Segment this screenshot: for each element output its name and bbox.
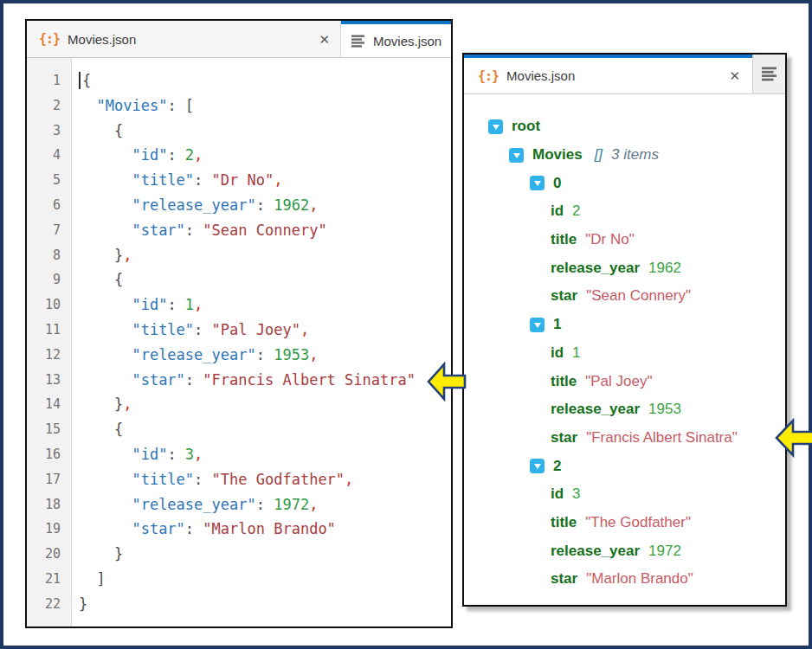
chevron-down-icon [534,181,541,186]
code-line: { [79,119,451,144]
tree-row[interactable]: star"Sean Connery" [464,282,785,311]
tree-row[interactable]: id3 [464,480,785,509]
code-line: "release_year": 1953, [79,343,451,368]
code-line: { [79,417,451,442]
code-line: }, [79,243,451,268]
collapse-toggle-icon[interactable] [530,318,545,332]
array-bracket-hint: [] [595,146,603,164]
tree-row[interactable]: title"Dr No" [464,226,785,254]
collapse-toggle-icon[interactable] [530,459,545,473]
line-number: 19 [27,517,61,542]
list-view-icon [351,35,365,48]
code-line: } [79,542,451,567]
line-number: 15 [27,417,61,442]
line-number: 7 [27,218,61,243]
chevron-down-icon [534,323,541,328]
tree-key: title [551,373,577,390]
json-braces-icon: {:} [478,68,499,84]
tree-key: root [512,118,540,135]
tree-row[interactable]: root [464,112,785,141]
tree-row[interactable]: release_year1953 [464,395,785,424]
annotation-arrow-right [775,416,812,459]
code-line: "star": "Francis Albert Sinatra" [79,368,451,393]
chevron-down-icon [513,153,520,158]
code-line: "id": 2, [79,143,451,168]
tree-row[interactable]: title"Pal Joey" [464,367,785,395]
line-number-gutter: 12345678910111213141516171819202122 [27,58,72,627]
chevron-down-icon [534,464,541,469]
tree-key: Movies [532,146,583,164]
tree-key: title [551,514,577,531]
tree-row[interactable]: release_year1972 [464,537,785,565]
json-tree: rootMovies[]3 items0id2title"Dr No"relea… [464,94,785,605]
tree-value: 1962 [648,260,681,277]
code-line: "release_year": 1962, [79,193,451,218]
code-line: "title": "Dr No", [79,168,451,193]
code-line: "Movies": [ [79,93,451,119]
line-number: 20 [27,542,61,567]
tree-value: 3 [572,485,580,503]
close-icon[interactable]: ✕ [729,69,740,82]
collapse-toggle-icon[interactable] [488,119,503,134]
chevron-down-icon [493,125,499,130]
list-view-tab[interactable] [752,55,785,93]
list-view-icon [762,67,777,81]
code-line: { [79,68,451,93]
code-line: } [79,592,451,617]
tree-value: "Francis Albert Sinatra" [586,429,738,447]
code-area[interactable]: { "Movies": [ { "id": 2, "title": "Dr No… [72,58,451,627]
tree-value: 1 [572,344,580,362]
tree-row[interactable]: 0 [464,169,785,197]
tree-key: id [551,202,564,220]
tree-key: release_year [551,543,640,560]
viewer-tab-movies-json[interactable]: {:} Movies.json ✕ [464,55,752,93]
tree-row[interactable]: star"Francis Albert Sinatra" [464,424,785,453]
line-number: 5 [27,168,61,193]
annotation-arrow-left [427,361,467,402]
tree-value: 1972 [648,543,681,560]
tab-label: Movies.json [68,32,136,47]
tree-key: star [551,570,577,588]
json-braces-icon: {:} [39,31,60,47]
line-number: 4 [27,143,61,168]
line-number: 1 [27,68,61,93]
tree-key: star [551,287,577,305]
close-icon[interactable]: ✕ [319,33,330,46]
tab-movies-json-treeview[interactable]: Movies.json [341,21,451,57]
tree-value: "Dr No" [585,231,634,248]
line-number: 6 [27,193,61,218]
collapse-toggle-icon[interactable] [509,148,524,163]
line-number: 12 [27,343,61,368]
viewer-header: {:} Movies.json ✕ [464,55,785,94]
editor-body: 12345678910111213141516171819202122 { "M… [27,58,451,627]
tree-row[interactable]: release_year1962 [464,254,785,282]
text-cursor [79,72,81,89]
tree-key: release_year [551,260,640,277]
tree-row[interactable]: id1 [464,339,785,368]
tree-value: 1953 [648,401,681,418]
tree-key: 2 [553,458,561,475]
tree-value: "Sean Connery" [586,287,691,305]
code-line: "star": "Sean Connery" [79,218,451,243]
editor-tab-bar: {:} Movies.json ✕ Movies.json [27,21,451,58]
tree-row[interactable]: star"Marlon Brando" [464,565,785,594]
tree-row[interactable]: 2 [464,452,785,480]
line-number: 13 [27,368,61,393]
tree-key: 1 [553,316,561,333]
tree-key: 0 [553,175,561,192]
line-number: 9 [27,267,61,292]
tree-key: star [551,429,577,447]
tree-viewer-window: {:} Movies.json ✕ rootMovies[]3 items0id… [462,53,787,607]
code-line: }, [79,392,451,417]
tab-movies-json-source[interactable]: {:} Movies.json ✕ [27,21,341,57]
collapse-toggle-icon[interactable] [530,176,545,190]
tree-row[interactable]: 1 [464,311,785,339]
tree-row[interactable]: id2 [464,197,785,226]
tree-row[interactable]: Movies[]3 items [464,141,785,170]
line-number: 21 [27,567,61,592]
tree-value: "Marlon Brando" [586,570,693,588]
item-count: 3 items [611,146,659,164]
line-number: 3 [27,119,61,144]
line-number: 16 [27,442,61,467]
tree-row[interactable]: title"The Godfather" [464,509,785,537]
